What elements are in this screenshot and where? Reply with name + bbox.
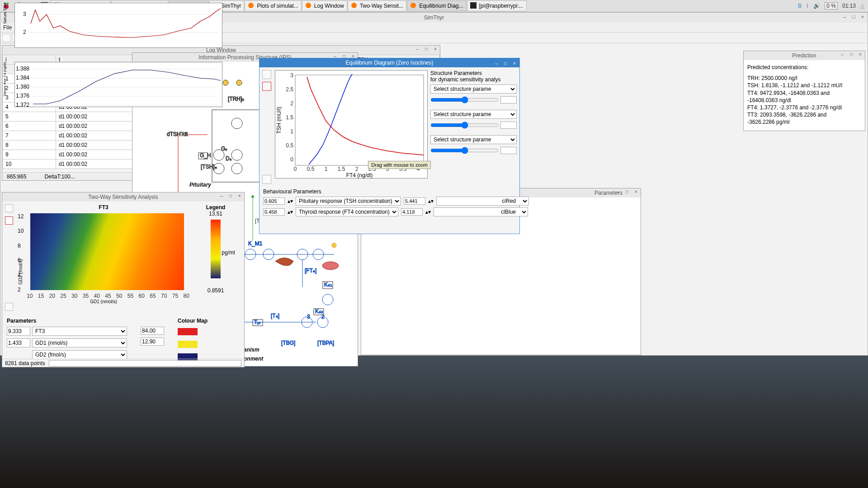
- close-icon[interactable]: ×: [857, 52, 863, 58]
- task-label: Log Window: [314, 3, 344, 9]
- eq-struct-val-1[interactable]: [500, 96, 517, 103]
- svg-text:1.388: 1.388: [16, 66, 29, 72]
- cpu-usage[interactable]: 0 %: [825, 2, 838, 9]
- maximize-icon[interactable]: □: [848, 52, 854, 58]
- cell[interactable]: 6: [3, 122, 56, 131]
- tw-status-input[interactable]: [49, 360, 241, 366]
- menu-file[interactable]: File: [3, 24, 12, 31]
- svg-text:3: 3: [23, 11, 26, 17]
- maximize-icon[interactable]: □: [850, 14, 857, 20]
- wifi-icon[interactable]: ⌇: [806, 3, 809, 9]
- cell[interactable]: 10: [3, 160, 56, 169]
- maximize-icon[interactable]: □: [423, 46, 429, 52]
- tw-num1[interactable]: [7, 327, 30, 336]
- eq-struct-val-3[interactable]: [500, 147, 517, 154]
- clock[interactable]: 01:13: [842, 3, 856, 9]
- eq-xlabel: FT4 (ng/dl): [346, 172, 373, 178]
- cm-mid[interactable]: [178, 341, 198, 348]
- eq-bp2-color[interactable]: [434, 207, 528, 216]
- spinner-icon[interactable]: ▴▾: [288, 198, 293, 204]
- minimize-icon[interactable]: –: [493, 59, 500, 66]
- svg-text:[FT₄]: [FT₄]: [305, 267, 316, 274]
- shutdown-icon[interactable]: △: [860, 3, 864, 9]
- spinner-icon[interactable]: ▴▾: [425, 209, 431, 215]
- eq-chart[interactable]: 32.52 1.510.50 00.511.5 22.533.54 FT4 (n…: [275, 70, 428, 178]
- tw-heatmap[interactable]: FT3 12108642 101520253035404550556065707…: [18, 204, 189, 312]
- task-plots[interactable]: Plots of simulat...: [245, 0, 301, 11]
- close-icon[interactable]: ×: [511, 59, 518, 66]
- eq-struct-select-3[interactable]: Select structure parame: [430, 135, 517, 144]
- minimize-icon[interactable]: –: [218, 193, 225, 199]
- eq-bp2-select[interactable]: Thyroid response (FT4 concentration): [296, 207, 398, 216]
- eq-bp1-color[interactable]: [436, 197, 529, 206]
- tw-num3[interactable]: [141, 327, 164, 335]
- label-pituitary: Pituitary: [189, 182, 212, 188]
- task-equilibrium[interactable]: Equilibrium Diag...: [407, 0, 466, 11]
- tw-num2[interactable]: [7, 338, 30, 347]
- eq-tool-refresh-icon[interactable]: [262, 175, 271, 184]
- svg-rect-19: [212, 110, 262, 182]
- tw-num4[interactable]: [141, 338, 164, 346]
- close-icon[interactable]: ×: [633, 189, 639, 195]
- tb-new-icon[interactable]: [2, 34, 10, 42]
- maximize-icon[interactable]: □: [502, 59, 509, 66]
- eq-tool-fit-icon[interactable]: [262, 70, 271, 79]
- tw-combo3[interactable]: GD2 (fmol/s): [32, 350, 127, 359]
- close-icon[interactable]: ×: [236, 193, 243, 199]
- svg-text:1: 1: [325, 166, 328, 172]
- pred-body[interactable]: Predicted concentrations: TRH: 2500.0000…: [744, 60, 865, 129]
- cell[interactable]: 7: [3, 131, 56, 141]
- tw-titlebar[interactable]: Two-Way Sensitivity Analysis –□×: [2, 192, 244, 202]
- maximize-icon[interactable]: □: [624, 189, 630, 195]
- plot-tsh[interactable]: 32: [14, 3, 222, 48]
- eq-bp1-min[interactable]: [263, 197, 285, 205]
- svg-text:3: 3: [290, 72, 293, 79]
- task-label: Two-Way Sensit...: [360, 3, 403, 9]
- app-title: SimThyr: [424, 14, 444, 21]
- close-icon[interactable]: ×: [432, 46, 439, 52]
- svg-text:2: 2: [355, 166, 359, 172]
- task-log[interactable]: Log Window: [302, 0, 347, 11]
- bluetooth-icon[interactable]: B: [798, 3, 802, 9]
- eq-titlebar[interactable]: Equilibrium Diagram (Zero Isoclines) –□×: [259, 58, 519, 67]
- cell[interactable]: 8: [3, 141, 56, 150]
- cell[interactable]: 5: [3, 112, 56, 122]
- tw-combo1[interactable]: FT3: [32, 327, 127, 336]
- twoway-window: Two-Way Sensitivity Analysis –□× FT3 121…: [2, 192, 245, 367]
- eq-struct-select-1[interactable]: Select structure parame: [430, 84, 517, 94]
- minimize-icon[interactable]: –: [615, 189, 621, 195]
- tw-tool-color-icon[interactable]: [5, 216, 13, 225]
- task-label: SimThyr: [221, 3, 241, 9]
- spinner-icon[interactable]: ▴▾: [428, 198, 434, 204]
- eq-tool-copy-icon[interactable]: [262, 82, 271, 91]
- tw-tool-refresh-icon[interactable]: [5, 303, 13, 311]
- eq-bp2-min[interactable]: [263, 208, 285, 216]
- volume-icon[interactable]: 🔊: [813, 3, 820, 9]
- eq-struct-slider-3[interactable]: [430, 146, 499, 155]
- eq-struct-slider-2[interactable]: [430, 121, 499, 130]
- tw-tool-fit-icon[interactable]: [5, 204, 13, 212]
- minimize-icon[interactable]: –: [839, 52, 845, 58]
- eq-struct-select-2[interactable]: Select structure parame: [430, 110, 517, 119]
- svg-text:2: 2: [290, 100, 293, 107]
- pred-titlebar[interactable]: Prediction –□×: [744, 51, 865, 60]
- eq-struct-slider-1[interactable]: [430, 95, 499, 104]
- task-terminal[interactable]: [pi@raspberrypi:...: [467, 0, 527, 11]
- plot-ft4[interactable]: 1.3881.3841.3801.3761.372: [14, 62, 222, 107]
- tw-combo2[interactable]: GD1 (nmol/s): [32, 338, 127, 347]
- close-icon[interactable]: ×: [859, 14, 866, 20]
- svg-text:1.372: 1.372: [16, 102, 29, 108]
- svg-text:K_M1: K_M1: [248, 240, 263, 247]
- label-organism: anism: [244, 347, 259, 353]
- task-twoway[interactable]: Two-Way Sensit...: [348, 0, 406, 11]
- spinner-icon[interactable]: ▴▾: [288, 209, 293, 215]
- cell[interactable]: 9: [3, 150, 56, 160]
- eq-bp1-max[interactable]: [404, 197, 425, 205]
- maximize-icon[interactable]: □: [227, 193, 234, 199]
- cm-top[interactable]: [178, 328, 198, 335]
- minimize-icon[interactable]: –: [841, 14, 848, 20]
- eq-struct-val-2[interactable]: [500, 122, 517, 129]
- eq-bp1-select[interactable]: Pituitary response (TSH concentration): [296, 197, 401, 206]
- minimize-icon[interactable]: –: [414, 46, 420, 52]
- eq-bp2-max[interactable]: [401, 208, 423, 216]
